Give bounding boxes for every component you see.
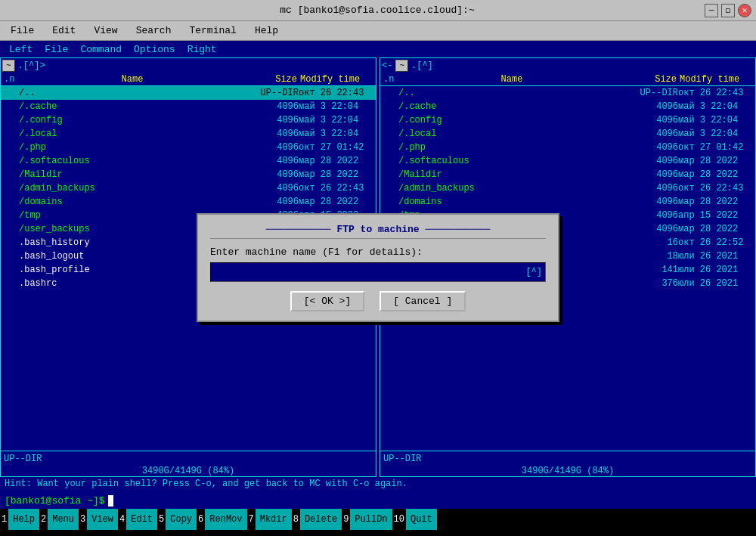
file-row-name: /.php <box>398 142 625 153</box>
fkey-10[interactable]: 10 Quit <box>392 509 437 530</box>
file-row[interactable]: /Maildir 4096 мар 28 2022 <box>1 168 376 181</box>
fkey-label-5: Copy <box>166 509 197 530</box>
file-row-size: 4096 <box>246 169 299 180</box>
panel-nav-file[interactable]: File <box>39 44 74 55</box>
panel-nav-left[interactable]: Left <box>3 44 39 55</box>
file-row-name: /.local <box>398 129 625 139</box>
file-row-size: 4096 <box>625 224 678 234</box>
file-row-name: /admin_backups <box>398 183 625 194</box>
left-panel-path-btn[interactable]: ~ <box>2 60 15 72</box>
dialog-ok-button[interactable]: [< OK >] <box>290 291 364 311</box>
right-col-size: Size <box>625 73 678 85</box>
fkey-7[interactable]: 7 Mkdir <box>247 509 292 530</box>
menu-bar: FileEditViewSearchTerminalHelp <box>0 21 756 41</box>
file-row-modify: мар 28 2022 <box>299 156 374 166</box>
file-row[interactable]: /.php 4096 окт 27 01:42 <box>1 141 376 154</box>
file-row[interactable]: /.config 4096 май 3 22:04 <box>1 113 376 127</box>
file-row[interactable]: /domains 4096 мар 28 2022 <box>1 195 376 209</box>
file-row-name: /Maildir <box>19 169 246 180</box>
fkey-1[interactable]: 1 Help <box>0 509 39 530</box>
minimize-button[interactable]: ─ <box>705 4 718 17</box>
file-row-name: /domains <box>398 197 625 207</box>
menu-item-search[interactable]: Search <box>133 24 175 37</box>
right-path-arrow: <- <box>382 60 392 71</box>
fkey-num-10: 10 <box>392 514 406 525</box>
file-row[interactable]: /.. UP--DIR окт 26 22:43 <box>1 86 376 100</box>
cmd-line: [banko1@sofia ~]$ <box>0 492 756 509</box>
fkey-5[interactable]: 5 Copy <box>157 509 197 530</box>
file-row-modify: юли 26 2021 <box>678 265 754 275</box>
file-row-size: 4096 <box>246 156 299 166</box>
left-panel-path-row: ~ .[^]> <box>1 58 376 73</box>
menu-item-file[interactable]: File <box>8 24 37 37</box>
file-row-size: 4096 <box>625 197 678 207</box>
fkey-label-3: View <box>87 509 118 530</box>
fkey-6[interactable]: 6 RenMov <box>197 509 246 530</box>
file-row-modify: мар 28 2022 <box>678 169 754 180</box>
file-row-name: /.. <box>19 88 246 98</box>
dialog-cancel-button[interactable]: [ Cancel ] <box>380 291 466 311</box>
menu-item-edit[interactable]: Edit <box>49 24 79 37</box>
panel-nav-options[interactable]: Options <box>128 44 181 55</box>
left-panel-path-label: .[^]> <box>18 60 45 71</box>
fkey-label-9: PullDn <box>350 509 392 530</box>
maximize-button[interactable]: ◻ <box>721 4 735 17</box>
file-row[interactable]: /.config 4096 май 3 22:04 <box>380 113 755 127</box>
hint-text: Hint: Want your plain shell? Press C-o, … <box>5 479 407 489</box>
file-row-name: /.softaculous <box>19 156 246 166</box>
file-row-size: 4096 <box>246 197 299 207</box>
file-row-name: /.. <box>398 88 625 98</box>
right-panel-path-btn[interactable]: ~ <box>395 60 408 72</box>
fkey-9[interactable]: 9 PullDn <box>342 509 392 530</box>
file-row-modify: мар 28 2022 <box>678 156 754 166</box>
file-row-name: /.local <box>19 129 246 139</box>
dialog-buttons: [< OK >] [ Cancel ] <box>210 291 546 311</box>
file-row-name: /.cache <box>19 101 246 112</box>
file-row[interactable]: /.php 4096 окт 27 01:42 <box>380 141 755 154</box>
ftp-machine-input[interactable] <box>211 263 522 281</box>
fkey-4[interactable]: 4 Edit <box>118 509 157 530</box>
fkey-8[interactable]: 8 Delete <box>292 509 342 530</box>
file-row[interactable]: /.local 4096 май 3 22:04 <box>1 127 376 141</box>
close-button[interactable]: ✕ <box>738 4 751 17</box>
menu-item-help[interactable]: Help <box>252 24 281 37</box>
file-row-modify: окт 26 22:43 <box>299 88 374 98</box>
right-col-name: Name <box>398 73 625 85</box>
left-status-label: UP--DIR <box>4 454 42 464</box>
right-status-label: UP--DIR <box>383 454 421 464</box>
file-row[interactable]: /.softaculous 4096 мар 28 2022 <box>1 154 376 168</box>
file-row-modify: окт 26 22:43 <box>678 88 754 98</box>
cmd-cursor <box>108 495 114 507</box>
file-row[interactable]: /.cache 4096 май 3 22:04 <box>1 100 376 113</box>
file-row-size: 141 <box>625 265 678 275</box>
file-row-modify: окт 26 22:52 <box>678 237 754 248</box>
left-col-size: Size <box>246 73 299 85</box>
file-row[interactable]: /admin_backups 4096 окт 26 22:43 <box>380 181 755 195</box>
panel-nav-right[interactable]: Right <box>181 44 223 55</box>
fkey-2[interactable]: 2 Menu <box>39 509 79 530</box>
file-row[interactable]: /admin_backups 4096 окт 26 22:43 <box>1 181 376 195</box>
dialog-label: Enter machine name (F1 for details): <box>210 246 546 258</box>
dialog-input-badge: [^] <box>522 265 545 279</box>
file-row[interactable]: /domains 4096 мар 28 2022 <box>380 195 755 209</box>
file-row-modify: май 3 22:04 <box>678 101 754 112</box>
fkey-num-4: 4 <box>118 514 126 525</box>
fkey-label-1: Help <box>8 509 39 530</box>
file-row-modify: мар 28 2022 <box>299 169 374 180</box>
hint-line: Hint: Want your plain shell? Press C-o, … <box>0 477 756 492</box>
file-row[interactable]: /.softaculous 4096 мар 28 2022 <box>380 154 755 168</box>
panel-nav-command[interactable]: Command <box>74 44 128 55</box>
file-row-size: 4096 <box>625 115 678 125</box>
right-col-modify: Modify time <box>678 73 754 85</box>
file-row[interactable]: /Maildir 4096 мар 28 2022 <box>380 168 755 181</box>
file-row-size: 4096 <box>625 183 678 194</box>
menu-item-terminal[interactable]: Terminal <box>186 24 239 37</box>
file-row[interactable]: /.cache 4096 май 3 22:04 <box>380 100 755 113</box>
fkey-3[interactable]: 3 View <box>79 509 118 530</box>
file-row-modify: юли 26 2021 <box>678 251 754 262</box>
file-row[interactable]: /.. UP--DIR окт 26 22:43 <box>380 86 755 100</box>
left-col-n: .n <box>2 73 19 85</box>
file-row[interactable]: /.local 4096 май 3 22:04 <box>380 127 755 141</box>
menu-item-view[interactable]: View <box>91 24 120 37</box>
file-row-name: /.php <box>19 142 246 153</box>
